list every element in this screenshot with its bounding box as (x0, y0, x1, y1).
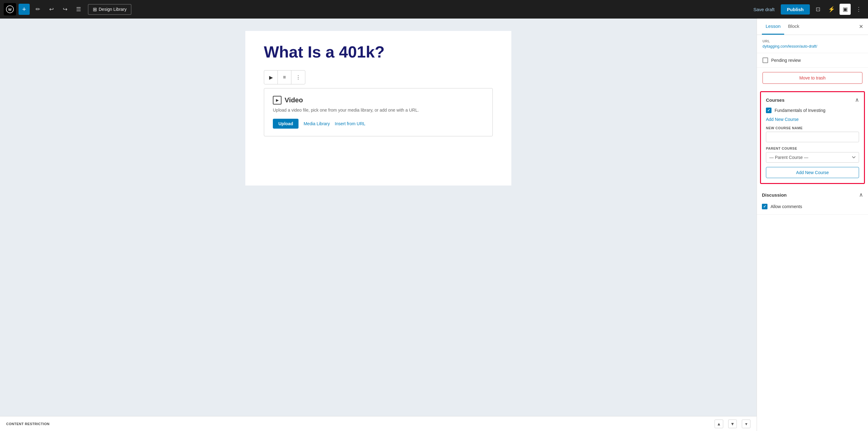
block-toolbar: ▶ ≡ ⋮ (264, 70, 305, 85)
video-block-title: Video (285, 96, 303, 104)
insert-from-url-button[interactable]: Insert from URL (335, 121, 365, 126)
allow-comments-label: Allow comments (771, 204, 802, 209)
sidebar-toggle-button[interactable]: ▣ (840, 4, 851, 15)
allow-comments-checkbox[interactable] (762, 204, 768, 209)
design-library-label: Design Library (99, 7, 126, 12)
publish-button[interactable]: Publish (781, 4, 810, 14)
video-actions: Upload Media Library Insert from URL (273, 119, 484, 129)
tab-block[interactable]: Block (784, 19, 803, 35)
discussion-collapse-icon: ∧ (859, 191, 863, 198)
courses-collapse-icon: ∧ (855, 96, 859, 103)
design-library-button[interactable]: ⊞ Design Library (88, 4, 131, 15)
courses-title: Courses (766, 97, 784, 103)
bottom-bar: CONTENT RESTRICTION ▲ ▼ ▾ (0, 416, 757, 431)
video-block-header: ▶ Video (273, 96, 484, 104)
bottom-chevron-up[interactable]: ▲ (715, 420, 723, 428)
redo-button[interactable]: ↪ (59, 4, 70, 15)
url-section: URL dyitagging.com/lesson/auto-draft/ (757, 35, 868, 53)
media-library-button[interactable]: Media Library (304, 121, 330, 126)
pending-review-row: Pending review (757, 53, 868, 68)
design-library-icon: ⊞ (93, 6, 97, 12)
move-to-trash-button[interactable]: Move to trash (763, 72, 862, 84)
right-panel: Lesson Block × URL dyitagging.com/lesson… (757, 19, 868, 431)
save-draft-button[interactable]: Save draft (749, 5, 778, 14)
course-checkbox-fundamentals[interactable] (766, 108, 772, 113)
video-play-icon: ▶ (273, 96, 281, 104)
block-align-button[interactable]: ≡ (278, 70, 291, 84)
topbar: W + ✏ ↩ ↪ ☰ ⊞ Design Library Save draft … (0, 0, 868, 19)
discussion-header[interactable]: Discussion ∧ (757, 187, 868, 202)
pending-review-checkbox[interactable] (763, 58, 768, 63)
pending-review-label: Pending review (771, 58, 801, 63)
course-item: Fundamentals of Investing (766, 108, 859, 113)
main-layout: What Is a 401k? ▶ ≡ ⋮ ▶ Video Upload a v… (0, 19, 868, 431)
url-label: URL (763, 39, 862, 43)
new-course-name-input[interactable] (766, 132, 859, 142)
editor-area: What Is a 401k? ▶ ≡ ⋮ ▶ Video Upload a v… (0, 19, 757, 431)
wp-logo: W (4, 3, 16, 15)
block-type-button[interactable]: ▶ (264, 70, 278, 84)
bottom-chevron-down[interactable]: ▼ (728, 420, 737, 428)
edit-pen-button[interactable]: ✏ (32, 4, 43, 15)
plugin-settings-button[interactable]: ⚡ (826, 4, 837, 15)
video-block: ▶ Video Upload a video file, pick one fr… (264, 88, 493, 136)
discussion-title: Discussion (762, 192, 787, 198)
svg-text:W: W (8, 7, 11, 11)
list-view-button[interactable]: ☰ (73, 4, 84, 15)
editor-settings-button[interactable]: ⊡ (812, 4, 824, 15)
url-value: dyitagging.com/lesson/auto-draft/ (763, 44, 862, 48)
discussion-section: Discussion ∧ Allow comments (757, 187, 868, 214)
undo-button[interactable]: ↩ (46, 4, 57, 15)
courses-section: Courses ∧ Fundamentals of Investing Add … (760, 91, 865, 184)
block-more-button[interactable]: ⋮ (291, 70, 305, 84)
video-block-description: Upload a video file, pick one from your … (273, 108, 484, 112)
tab-lesson[interactable]: Lesson (762, 19, 784, 35)
course-name-fundamentals: Fundamentals of Investing (775, 108, 825, 113)
add-new-course-link[interactable]: Add New Course (766, 117, 799, 122)
parent-course-label: PARENT COURSE (766, 146, 859, 150)
allow-comments-row: Allow comments (762, 204, 863, 209)
more-options-button[interactable]: ⋮ (853, 4, 864, 15)
courses-body: Fundamentals of Investing Add New Course… (761, 108, 864, 183)
panel-tabs: Lesson Block × (757, 19, 868, 35)
upload-video-button[interactable]: Upload (273, 119, 299, 129)
discussion-body: Allow comments (757, 202, 868, 214)
new-course-name-label: NEW COURSE NAME (766, 126, 859, 130)
editor-canvas: What Is a 401k? ▶ ≡ ⋮ ▶ Video Upload a v… (245, 31, 512, 186)
bottom-chevron-collapse[interactable]: ▾ (742, 420, 750, 428)
content-restriction-label: CONTENT RESTRICTION (6, 422, 50, 426)
parent-course-field: PARENT COURSE — Parent Course — (766, 146, 859, 163)
new-course-name-field: NEW COURSE NAME (766, 126, 859, 142)
panel-close-button[interactable]: × (859, 23, 863, 30)
courses-header[interactable]: Courses ∧ (761, 92, 864, 108)
add-course-submit-button[interactable]: Add New Course (766, 167, 859, 178)
post-title[interactable]: What Is a 401k? (264, 43, 493, 61)
parent-course-select[interactable]: — Parent Course — (766, 152, 859, 163)
add-block-button[interactable]: + (19, 4, 30, 15)
